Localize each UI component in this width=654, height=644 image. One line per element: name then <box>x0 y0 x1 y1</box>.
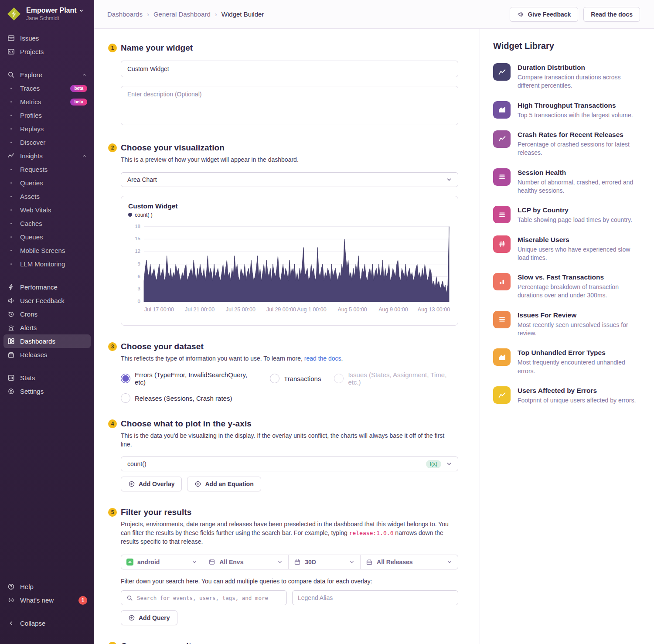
dataset-option-errors-typeerror-invalidsearchquery-etc[interactable]: Errors (TypeError, InvalidSearchQuery, e… <box>121 371 257 386</box>
svg-text:Jul 25 00:00: Jul 25 00:00 <box>226 307 255 313</box>
area-chart-icon <box>493 101 511 119</box>
legend-alias-input[interactable] <box>298 594 453 601</box>
sidebar-item-label: Insights <box>20 152 43 160</box>
library-item-users-affected-by-errors[interactable]: Users Affected by ErrorsFootprint of uni… <box>493 386 642 405</box>
search-input[interactable] <box>137 595 281 601</box>
library-item-duration-distribution[interactable]: Duration DistributionCompare transaction… <box>493 63 642 90</box>
sidebar-item-mobile-screens[interactable]: Mobile Screens <box>3 244 91 257</box>
step-visualization: 2 Choose your visualization This is a pr… <box>121 143 458 326</box>
sidebar-item-explore[interactable]: Explore <box>3 68 91 82</box>
filter-android[interactable]: android <box>121 555 203 569</box>
sidebar-item-discover[interactable]: Discover <box>3 136 91 149</box>
library-item-text: Duration DistributionCompare transaction… <box>518 63 642 90</box>
radio-icon[interactable] <box>270 374 279 383</box>
plus-circle-icon <box>128 480 135 487</box>
visualization-select[interactable]: Area Chart <box>121 172 458 187</box>
add-equation-button[interactable]: Add an Equation <box>187 477 261 491</box>
breadcrumb-general-dashboard[interactable]: General Dashboard <box>153 10 211 18</box>
svg-text:12: 12 <box>135 249 140 254</box>
read-the-docs-button[interactable]: Read the docs <box>583 7 640 22</box>
sidebar-item-metrics[interactable]: Metricsbeta <box>3 95 91 109</box>
sidebar-item-performance[interactable]: Performance <box>3 280 91 294</box>
radio-icon[interactable] <box>334 374 344 383</box>
dataset-option-releases-sessions-crash-rates[interactable]: Releases (Sessions, Crash rates) <box>121 393 232 403</box>
sidebar-item-llm-monitoring[interactable]: LLM Monitoring <box>3 257 91 271</box>
sidebar-item-queries[interactable]: Queries <box>3 176 91 190</box>
radio-icon[interactable] <box>121 393 130 403</box>
sidebar-item-help[interactable]: Help <box>3 580 91 593</box>
library-item-issues-for-review[interactable]: Issues For ReviewMost recently seen unre… <box>493 311 642 338</box>
svg-text:Jul 29 00:00: Jul 29 00:00 <box>266 307 296 313</box>
y-axis-function-value: count() <box>127 460 426 467</box>
library-item-high-throughput-transactions[interactable]: High Throughput TransactionsTop 5 transa… <box>493 101 642 119</box>
library-item-lcp-by-country[interactable]: LCP by CountryTable showing page load ti… <box>493 206 642 224</box>
bullet-icon <box>7 112 15 119</box>
library-item-title: Duration Distribution <box>518 63 642 72</box>
library-item-title: Issues For Review <box>518 311 642 319</box>
legend-alias-field <box>292 590 458 605</box>
sidebar-item-profiles[interactable]: Profiles <box>3 109 91 122</box>
sidebar-item-web-vitals[interactable]: Web Vitals <box>3 203 91 217</box>
dataset-option-transactions[interactable]: Transactions <box>270 374 321 383</box>
beta-badge: beta <box>70 85 87 92</box>
library-item-title: Slow vs. Fast Transactions <box>518 273 642 281</box>
add-query-button[interactable]: Add Query <box>121 610 177 625</box>
org-switcher[interactable]: Empower Plant Jane Schmidt <box>0 0 94 30</box>
sidebar-item-projects[interactable]: Projects <box>3 45 91 58</box>
sidebar-item-label: Collapse <box>20 620 45 627</box>
library-item-text: Slow vs. Fast TransactionsPercentage bre… <box>518 273 642 300</box>
performance-icon <box>7 283 15 291</box>
sidebar-group: StatsSettings <box>0 371 94 398</box>
sidebar-item-releases[interactable]: Releases <box>3 348 91 361</box>
sidebar-item-what-s-new[interactable]: What's new1 <box>3 593 91 607</box>
sidebar-item-label: Settings <box>20 388 44 395</box>
svg-text:15: 15 <box>135 236 140 241</box>
plus-circle-icon <box>194 480 201 487</box>
filter-all-releases[interactable]: All Releases <box>361 555 458 569</box>
sidebar-item-dashboards[interactable]: Dashboards <box>3 334 91 348</box>
sidebar-item-replays[interactable]: Replays <box>3 122 91 136</box>
read-the-docs-link[interactable]: read the docs <box>304 355 341 362</box>
sidebar-item-user-feedback[interactable]: User Feedback <box>3 294 91 307</box>
sidebar-item-stats[interactable]: Stats <box>3 371 91 385</box>
library-item-title: High Throughput Transactions <box>518 101 633 109</box>
sidebar-item-label: Crons <box>20 310 37 318</box>
library-item-text: Session HealthNumber of abnormal, crashe… <box>518 168 642 195</box>
widget-name-input[interactable] <box>121 61 458 77</box>
sidebar-item-label: Help <box>20 583 34 590</box>
filter-all-envs[interactable]: All Envs <box>203 555 289 569</box>
area-chart-icon <box>493 348 511 366</box>
widget-description-input[interactable] <box>121 86 458 125</box>
dataset-option-issues-states-assignment-time-etc[interactable]: Issues (States, Assignment, Time, etc.) <box>334 371 458 386</box>
library-item-slow-vs-fast-transactions[interactable]: Slow vs. Fast TransactionsPercentage bre… <box>493 273 642 300</box>
breadcrumb-dashboards[interactable]: Dashboards <box>107 10 143 18</box>
library-item-session-health[interactable]: Session HealthNumber of abnormal, crashe… <box>493 168 642 195</box>
step-title: Group your results <box>121 641 458 644</box>
sidebar-item-collapse[interactable]: Collapse <box>3 617 91 630</box>
sidebar-item-crons[interactable]: Crons <box>3 307 91 321</box>
library-item-miserable-users[interactable]: Miserable UsersUnique users who have exp… <box>493 235 642 262</box>
library-item-crash-rates-for-recent-releases[interactable]: Crash Rates for Recent ReleasesPercentag… <box>493 130 642 157</box>
area-chart: 0369121518 Jul 17 00:00Jul 21 00:00Jul 2… <box>128 218 451 322</box>
sidebar-item-caches[interactable]: Caches <box>3 217 91 230</box>
widget-library-list: Duration DistributionCompare transaction… <box>493 63 642 405</box>
sidebar-item-assets[interactable]: Assets <box>3 190 91 203</box>
filter-30d[interactable]: 30D <box>289 555 361 569</box>
y-axis-function-select[interactable]: count() f(x) <box>121 457 458 471</box>
box-icon <box>366 559 373 566</box>
radio-checked-icon[interactable] <box>121 374 130 383</box>
add-overlay-button[interactable]: Add Overlay <box>121 477 182 491</box>
give-feedback-button[interactable]: Give Feedback <box>510 7 578 22</box>
sidebar-item-alerts[interactable]: Alerts <box>3 321 91 334</box>
sidebar-item-traces[interactable]: Tracesbeta <box>3 82 91 95</box>
library-item-top-unhandled-error-types[interactable]: Top Unhandled Error TypesMost frequently… <box>493 348 642 375</box>
sidebar-item-queues[interactable]: Queues <box>3 230 91 244</box>
chevron-down-icon <box>79 8 84 13</box>
sidebar-item-insights[interactable]: Insights <box>3 149 91 163</box>
bullet-icon <box>7 247 15 255</box>
sidebar-item-settings[interactable]: Settings <box>3 385 91 398</box>
sidebar-item-issues[interactable]: Issues <box>3 31 91 45</box>
dataset-option-label: Releases (Sessions, Crash rates) <box>135 395 232 402</box>
sidebar-item-requests[interactable]: Requests <box>3 163 91 176</box>
sidebar-group: Collapse <box>0 617 94 630</box>
